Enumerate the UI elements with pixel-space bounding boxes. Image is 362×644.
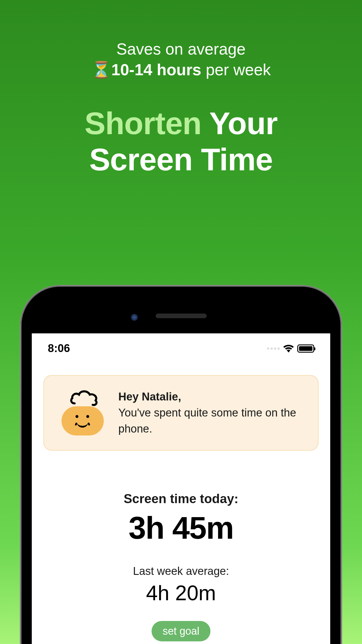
status-time: 8:06 bbox=[48, 342, 70, 355]
promo-hours-bold: 10-14 hours bbox=[111, 61, 201, 79]
promo-title-line2: Screen Time bbox=[89, 142, 273, 177]
greeting-card: Hey Natalie, You've spent quite some tim… bbox=[43, 375, 319, 451]
last-week-avg-value: 4h 20m bbox=[32, 581, 330, 605]
phone-inner: 8:06 bbox=[27, 292, 335, 644]
promo-subtitle-line1: Saves on average bbox=[0, 38, 362, 60]
status-bar: 8:06 bbox=[32, 333, 330, 360]
mascot-icon bbox=[59, 390, 107, 435]
greeting-text: Hey Natalie, You've spent quite some tim… bbox=[118, 389, 303, 437]
battery-icon bbox=[297, 344, 314, 353]
greeting-name: Hey Natalie, bbox=[118, 389, 303, 405]
promo-title-accent: Shorten bbox=[85, 106, 201, 141]
phone-screen: 8:06 bbox=[32, 333, 330, 644]
set-goal-button[interactable]: set goal bbox=[152, 621, 210, 641]
phone-notch bbox=[32, 297, 330, 333]
promo-title-your: Your bbox=[201, 106, 277, 141]
screen-time-today-label: Screen time today: bbox=[32, 491, 330, 506]
phone-frame: 8:06 bbox=[21, 286, 341, 644]
signal-icon bbox=[267, 347, 280, 350]
promo-per-week: per week bbox=[201, 61, 271, 79]
hourglass-icon: ⏳ bbox=[91, 61, 111, 79]
phone-camera-icon bbox=[131, 314, 138, 321]
screen-time-today-value: 3h 45m bbox=[32, 510, 330, 546]
status-right bbox=[267, 344, 314, 353]
promo-subtitle-line2: ⏳10-14 hours per week bbox=[0, 60, 362, 79]
greeting-message: You've spent quite some time on the phon… bbox=[118, 405, 303, 437]
promo-title: Shorten Your Screen Time bbox=[0, 105, 362, 178]
promo-header: Saves on average ⏳10-14 hours per week S… bbox=[0, 0, 362, 178]
last-week-avg-label: Last week average: bbox=[32, 565, 330, 578]
phone-speaker-icon bbox=[156, 314, 207, 318]
wifi-icon bbox=[283, 344, 294, 353]
stats-section: Screen time today: 3h 45m Last week aver… bbox=[32, 491, 330, 641]
